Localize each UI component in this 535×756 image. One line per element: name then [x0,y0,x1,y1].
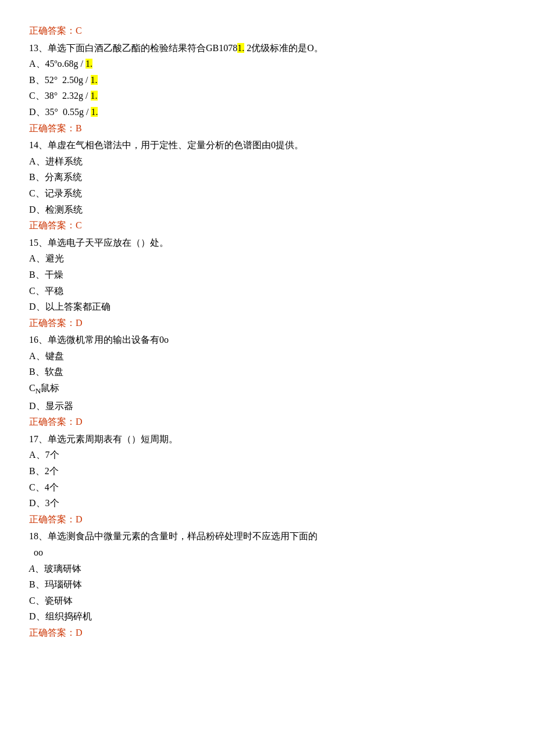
q14-option-d: D、检测系统 [29,202,506,217]
q18-question-line1: 18、单选测食品中微量元素的含量时，样品粉碎处理时不应选用下面的 [29,529,506,544]
answer-label: 正确答案： [29,318,76,328]
q18-option-b: B、玛瑙研钵 [29,577,506,592]
q13-highlight: 1. [237,43,244,53]
q14-answer: 正确答案：C [29,218,506,233]
q15-answer: 正确答案：D [29,316,506,331]
answer-label: 正确答案： [29,123,76,133]
q13-option-c: C、38° 2.32g / 1. [29,88,506,103]
q16-option-c: CN鼠标 [29,381,506,397]
q18-option-c: C、瓷研钵 [29,593,506,608]
q17-question: 17、单选元素周期表有（）短周期。 [29,432,506,447]
answer-value: D [76,318,83,328]
answer-value: D [76,417,83,427]
answer-value: D [76,628,83,637]
q13-option-b: B、52° 2.50g / 1. [29,73,506,88]
q14-block: 14、单虚在气相色谱法中，用于定性、定量分析的色谱图由0提供。 A、进样系统 B… [29,138,506,233]
q16-option-d: D、显示器 [29,399,506,414]
q17-answer: 正确答案：D [29,512,506,527]
q13-question: 13、单选下面白酒乙酸乙酯的检验结果符合GB10781. 2优级标准的是O。 [29,41,506,56]
q13-option-d: D、35° 0.55g / 1. [29,105,506,120]
q18-option-a: A、玻璃研钵 [29,561,506,576]
q16-block: 16、单选微机常用的输出设备有0o A、键盘 B、软盘 CN鼠标 D、显示器 正… [29,332,506,429]
q15-option-a: A、避光 [29,251,506,266]
q18-option-d: D、组织捣碎机 [29,609,506,624]
q14-option-b: B、分离系统 [29,170,506,185]
q18-question-line2: oo [29,545,506,560]
q18-option-a-label: A [29,564,35,574]
answer-label: 正确答案： [29,628,76,637]
answer-value: D [76,514,83,524]
q13-block: 13、单选下面白酒乙酸乙酯的检验结果符合GB10781. 2优级标准的是O。 A… [29,41,506,136]
q18-block: 18、单选测食品中微量元素的含量时，样品粉碎处理时不应选用下面的 oo A、玻璃… [29,529,506,640]
q16-option-b: B、软盘 [29,364,506,379]
q13-d-highlight: 1. [91,107,98,117]
q16-answer: 正确答案：D [29,414,506,429]
q18-answer: 正确答案：D [29,625,506,640]
answer-label: 正确答案： [29,514,76,524]
q13-c-highlight: 1. [91,91,98,101]
answer-label: 正确答案： [29,417,76,427]
answer-value: B [76,123,82,133]
answer-label: 正确答案： [29,220,76,230]
q13-a-highlight: 1. [85,59,92,69]
q13-answer: 正确答案：C [29,23,506,38]
q15-option-b: B、干燥 [29,267,506,282]
q15-option-d: D、以上答案都正确 [29,299,506,314]
q15-option-c: C、平稳 [29,284,506,299]
answer-label: 正确答案： [29,26,76,35]
q17-block: 17、单选元素周期表有（）短周期。 A、7个 B、2个 C、4个 D、3个 正确… [29,432,506,527]
q17-option-d: D、3个 [29,496,506,511]
q13-option-a: A、45ºo.68g / 1. [29,56,506,71]
q13-answer: 正确答案：B [29,121,506,136]
q14-option-c: C、记录系统 [29,186,506,201]
q13-answer-block: 正确答案：C [29,23,506,38]
answer-value: C [76,26,82,35]
q17-option-b: B、2个 [29,464,506,479]
q16-question: 16、单选微机常用的输出设备有0o [29,332,506,347]
answer-value: C [76,220,82,230]
q15-block: 15、单选电子天平应放在（）处。 A、避光 B、干燥 C、平稳 D、以上答案都正… [29,235,506,331]
q14-option-a: A、进样系统 [29,154,506,169]
q17-option-c: C、4个 [29,480,506,495]
q16-option-a: A、键盘 [29,349,506,364]
q13-b-highlight: 1. [91,75,98,85]
q14-question: 14、单虚在气相色谱法中，用于定性、定量分析的色谱图由0提供。 [29,138,506,153]
q17-option-a: A、7个 [29,447,506,463]
q15-question: 15、单选电子天平应放在（）处。 [29,235,506,250]
